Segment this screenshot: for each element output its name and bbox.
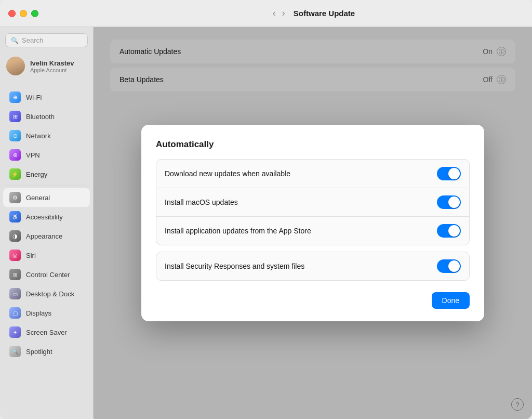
spotlight-icon: 🔍 [9, 346, 21, 357]
install-macos-toggle[interactable] [437, 195, 461, 209]
toggle-row-install-appstore: Install application updates from the App… [156, 217, 470, 245]
sidebar-item-energy[interactable]: ⚡ Energy [3, 165, 90, 184]
sidebar-item-label: Desktop & Dock [26, 290, 74, 298]
sidebar-item-control-center[interactable]: ⊞ Control Center [3, 265, 90, 284]
wifi-icon: ⊕ [9, 91, 21, 103]
toggle-knob [448, 225, 460, 237]
sidebar-item-label: Appearance [26, 232, 62, 240]
toggle-knob [448, 197, 460, 208]
appearance-icon: ◑ [9, 230, 21, 242]
bluetooth-icon: ⊞ [9, 111, 21, 122]
install-macos-label: Install macOS updates [165, 198, 238, 206]
sidebar-item-displays[interactable]: ▢ Displays [3, 304, 90, 322]
back-button[interactable]: ‹ [271, 7, 278, 20]
sidebar-item-bluetooth[interactable]: ⊞ Bluetooth [3, 107, 90, 126]
avatar [6, 57, 25, 75]
sidebar-item-accessibility[interactable]: ♿ Accessibility [3, 207, 90, 226]
sidebar-item-label: General [26, 194, 50, 202]
siri-icon: ◎ [9, 250, 21, 261]
energy-icon: ⚡ [9, 168, 21, 180]
download-updates-toggle[interactable] [437, 167, 461, 180]
user-info: Ivelin Krastev Apple Account [30, 59, 74, 73]
sidebar-item-label: Displays [26, 309, 51, 317]
desktop-dock-icon: ▭ [9, 288, 21, 299]
sidebar-divider [6, 85, 87, 85]
sidebar-item-label: Energy [26, 171, 47, 178]
sidebar-item-vpn[interactable]: ⊗ VPN [3, 146, 90, 164]
control-center-icon: ⊞ [9, 269, 21, 280]
sidebar: 🔍 Search Ivelin Krastev Apple Account ⊕ [0, 27, 94, 419]
sidebar-item-appearance[interactable]: ◑ Appearance [3, 227, 90, 245]
sidebar-item-screen-saver[interactable]: ✦ Screen Saver [3, 323, 90, 342]
sidebar-item-wifi[interactable]: ⊕ Wi-Fi [3, 88, 90, 107]
sidebar-item-label: Siri [26, 252, 36, 259]
modal-title: Automatically [156, 139, 470, 150]
search-icon: 🔍 [11, 37, 19, 44]
network-icon: ⊙ [9, 130, 21, 141]
titlebar: ‹ › Software Update [0, 0, 532, 27]
sidebar-divider-2 [6, 186, 87, 186]
app-window: ‹ › Software Update 🔍 Search Ivelin Kras… [0, 0, 532, 419]
sidebar-item-label: Network [26, 132, 51, 140]
maximize-button[interactable] [31, 10, 38, 17]
download-updates-label: Download new updates when available [165, 169, 290, 178]
search-bar[interactable]: 🔍 Search [5, 33, 88, 47]
modal-overlay: Automatically Download new updates when … [94, 27, 532, 419]
main-content: 🔍 Search Ivelin Krastev Apple Account ⊕ [0, 27, 532, 419]
toggle-knob [448, 260, 460, 272]
minimize-button[interactable] [20, 10, 27, 17]
accessibility-icon: ♿ [9, 211, 21, 222]
toggle-group-2: Install Security Responses and system fi… [156, 252, 470, 281]
titlebar-center: ‹ › Software Update [94, 7, 532, 20]
sidebar-item-general[interactable]: ⚙ General [3, 188, 90, 207]
install-security-toggle[interactable] [437, 259, 461, 273]
sidebar-scroll: ⊕ Wi-Fi ⊞ Bluetooth ⊙ Network [0, 87, 93, 419]
sidebar-item-label: Control Center [26, 271, 70, 279]
traffic-lights [0, 10, 94, 17]
vpn-icon: ⊗ [9, 149, 21, 161]
sidebar-item-label: Spotlight [26, 348, 52, 356]
window-title: Software Update [294, 9, 355, 18]
sidebar-item-label: Screen Saver [26, 329, 67, 336]
user-profile[interactable]: Ivelin Krastev Apple Account [0, 51, 93, 81]
sidebar-item-label: Bluetooth [26, 113, 55, 121]
user-subtitle: Apple Account [30, 67, 74, 73]
user-name: Ivelin Krastev [30, 59, 74, 67]
displays-icon: ▢ [9, 307, 21, 319]
sidebar-item-siri[interactable]: ◎ Siri [3, 246, 90, 265]
forward-button[interactable]: › [280, 7, 287, 20]
toggle-row-security: Install Security Responses and system fi… [156, 252, 470, 281]
search-placeholder: Search [22, 36, 43, 44]
done-button[interactable]: Done [432, 292, 470, 309]
toggle-group-1: Download new updates when available Inst… [156, 159, 470, 245]
sidebar-item-desktop-dock[interactable]: ▭ Desktop & Dock [3, 284, 90, 303]
sidebar-item-spotlight[interactable]: 🔍 Spotlight [3, 342, 90, 361]
toggle-row-install-macos: Install macOS updates [156, 188, 470, 217]
close-button[interactable] [8, 10, 16, 17]
sidebar-item-label: Accessibility [26, 213, 63, 221]
toggle-row-download: Download new updates when available [156, 159, 470, 188]
install-appstore-label: Install application updates from the App… [165, 227, 311, 235]
install-security-label: Install Security Responses and system fi… [165, 262, 304, 270]
nav-arrows: ‹ › [271, 7, 287, 20]
sidebar-item-label: VPN [26, 151, 40, 159]
content-panel: Automatic Updates On ⓘ Beta Updates Off … [94, 27, 532, 419]
screen-saver-icon: ✦ [9, 326, 21, 338]
install-appstore-toggle[interactable] [437, 224, 461, 238]
automatically-modal: Automatically Download new updates when … [141, 125, 484, 321]
sidebar-item-label: Wi-Fi [26, 94, 42, 101]
modal-footer: Done [156, 290, 470, 309]
general-icon: ⚙ [9, 192, 21, 203]
toggle-knob [448, 168, 460, 179]
sidebar-item-network[interactable]: ⊙ Network [3, 126, 90, 145]
